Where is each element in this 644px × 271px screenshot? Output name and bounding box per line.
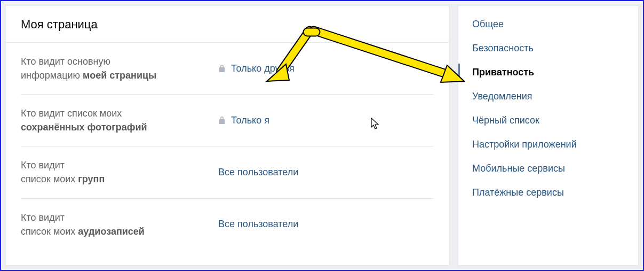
- row-label-bold: аудиозаписей: [78, 226, 145, 237]
- row-label: Кто видит основную информацию моей стран…: [21, 55, 218, 82]
- row-label: Кто видит список моих групп: [21, 158, 218, 186]
- sidebar-item-privacy[interactable]: Приватность: [458, 60, 638, 84]
- lock-icon: [218, 116, 226, 125]
- sidebar-item-label: Платёжные сервисы: [472, 187, 564, 198]
- privacy-row-basic-info: Кто видит основную информацию моей стран…: [21, 43, 434, 95]
- sidebar-item-notifications[interactable]: Уведомления: [458, 84, 638, 109]
- sidebar-item-security[interactable]: Безопасность: [458, 36, 638, 60]
- section-header: Моя страница: [6, 6, 449, 43]
- row-label: Кто видит список моих аудиозаписей: [21, 211, 218, 238]
- sidebar-item-label: Мобильные сервисы: [472, 163, 565, 174]
- privacy-settings-panel: Моя страница Кто видит основную информац…: [5, 5, 449, 266]
- row-value-selector[interactable]: Все пользователи: [218, 167, 298, 178]
- sidebar-item-label: Настройки приложений: [472, 139, 577, 150]
- row-label-prefix: Кто видит список моих: [21, 160, 78, 184]
- privacy-row-groups: Кто видит список моих групп Все пользова…: [21, 146, 434, 198]
- row-value-text: Только я: [231, 115, 269, 126]
- sidebar-item-payments[interactable]: Платёжные сервисы: [458, 181, 638, 205]
- sidebar-item-general[interactable]: Общее: [458, 12, 638, 36]
- row-value-selector[interactable]: Все пользователи: [218, 219, 298, 230]
- settings-sidebar: Общее Безопасность Приватность Уведомлен…: [458, 5, 639, 266]
- lock-icon: [218, 64, 226, 73]
- cursor-icon: [371, 118, 380, 130]
- row-value-text: Только друзья: [231, 63, 295, 74]
- row-label-bold: моей страницы: [83, 70, 156, 81]
- row-label: Кто видит список моих сохранённых фотогр…: [21, 106, 218, 134]
- row-value-selector[interactable]: Только я: [218, 115, 269, 126]
- sidebar-item-app-settings[interactable]: Настройки приложений: [458, 133, 638, 157]
- row-label-bold: групп: [78, 174, 105, 184]
- row-value-selector[interactable]: Только друзья: [218, 63, 295, 74]
- section-title: Моя страница: [21, 18, 434, 32]
- row-value-text: Все пользователи: [218, 167, 298, 178]
- row-label-prefix: Кто видит список моих: [21, 108, 122, 119]
- sidebar-item-label: Чёрный список: [472, 115, 539, 126]
- row-value-text: Все пользователи: [218, 219, 298, 230]
- row-label-prefix: Кто видит список моих: [21, 212, 78, 237]
- row-label-bold: сохранённых фотографий: [21, 122, 147, 133]
- sidebar-item-mobile[interactable]: Мобильные сервисы: [458, 157, 638, 181]
- sidebar-item-blacklist[interactable]: Чёрный список: [458, 109, 638, 133]
- sidebar-item-label: Общее: [472, 19, 504, 29]
- privacy-row-audio: Кто видит список моих аудиозаписей Все п…: [21, 199, 434, 250]
- sidebar-item-label: Безопасность: [472, 43, 534, 53]
- sidebar-item-label: Уведомления: [472, 91, 532, 102]
- sidebar-item-label: Приватность: [472, 67, 534, 78]
